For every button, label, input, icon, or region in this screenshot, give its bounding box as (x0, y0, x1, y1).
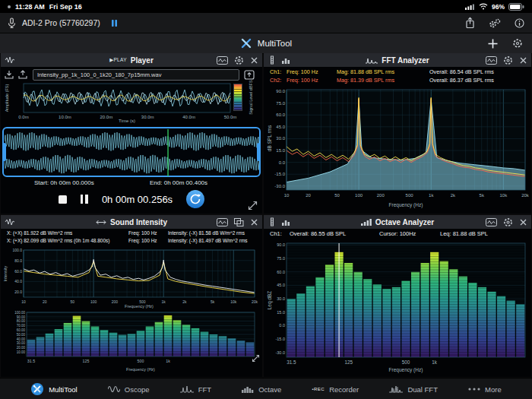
trim-handle-right[interactable] (257, 143, 261, 161)
octave-bars-icon (361, 219, 372, 226)
expand-panel-icon[interactable] (248, 201, 258, 211)
player-ylabel: Amplitude (FS) (5, 84, 9, 112)
svg-text:2k: 2k (182, 299, 187, 304)
stop-button[interactable] (59, 195, 67, 204)
octave-ylabel: Leq dBZ (267, 291, 272, 310)
tab-octave[interactable]: Octave (242, 385, 281, 394)
close-icon[interactable] (250, 218, 258, 226)
filename-field[interactable]: Intensity_pp_1k_100_0_1k20_180_7p15mm.wa… (33, 69, 239, 81)
tab-dual-fft[interactable]: Dual FFT (389, 385, 438, 394)
svg-text:60.00: 60.00 (17, 328, 26, 332)
player-overview-chart[interactable]: 0.0m10.0m20.0m30.0m40.0m50.0m (1, 82, 262, 120)
playback-time-display: 0h 00m 00.256s (102, 194, 173, 205)
svg-text:0.0: 0.0 (279, 160, 286, 165)
waveform-display[interactable] (2, 127, 261, 177)
gear-icon[interactable] (512, 38, 523, 49)
intensity-spectrum-chart[interactable]: 100.080.060.040.020.01020501002005001k2k… (1, 249, 262, 306)
info-icon[interactable] (515, 18, 524, 28)
pause-input-icon[interactable] (111, 19, 118, 27)
svg-text:5k: 5k (211, 299, 215, 304)
intensity-octave-bars-chart[interactable]: 100.0090.0080.0070.0060.0050.0040.0030.0… (1, 311, 262, 366)
import-file-icon[interactable] (5, 70, 14, 80)
rta-bars-icon[interactable] (281, 55, 290, 65)
multitool-title: MultiTool (0, 33, 532, 53)
svg-text:100: 100 (90, 299, 97, 304)
svg-text:20: 20 (43, 299, 47, 304)
tab-multitool[interactable]: MultiTool (30, 382, 78, 396)
gear-icon[interactable] (503, 55, 513, 65)
svg-text:125: 125 (344, 359, 353, 365)
close-icon[interactable] (250, 56, 258, 65)
status-indicator-dot (8, 5, 11, 8)
end-time-label: End: 0h 00m 00.400s (150, 179, 207, 186)
fft-analyzer-panel: FFT Analyzer Ch1: Freq: 100 Hz Mag: 81.8… (264, 53, 531, 214)
svg-text:70.00: 70.00 (17, 324, 26, 328)
svg-text:60.0: 60.0 (14, 269, 22, 274)
level-meter-icon[interactable] (268, 217, 277, 226)
close-icon[interactable] (519, 218, 527, 226)
svg-text:30.0: 30.0 (276, 136, 285, 141)
microphone-icon[interactable] (8, 17, 16, 29)
intensity-readout-1: X: (+X) 81.922 dB W/m^2 rms Freq: 100 Hz… (7, 230, 245, 236)
oscope-icon (108, 385, 120, 393)
svg-text:5k: 5k (480, 193, 485, 198)
svg-text:10.00: 10.00 (17, 350, 26, 354)
tab-more[interactable]: More (468, 385, 502, 394)
start-time-label: Start: 0h 00m 00.000s (34, 179, 94, 186)
waveform-icon[interactable] (5, 55, 15, 65)
svg-text:500: 500 (138, 359, 144, 363)
svg-text:90.0: 90.0 (277, 242, 285, 247)
waveform-icon[interactable] (5, 217, 15, 226)
trim-handle-left[interactable] (2, 143, 6, 161)
gear-icon[interactable] (234, 55, 244, 65)
scope-view-icon[interactable] (217, 218, 228, 226)
player-header: ▶PLAY Player (1, 53, 262, 67)
svg-text:1k: 1k (162, 299, 166, 304)
svg-text:1k: 1k (432, 359, 438, 365)
svg-text:50.00: 50.00 (17, 333, 26, 337)
svg-text:75.0: 75.0 (277, 256, 285, 261)
tool-tab-bar: MultiTool Oscope FFT Octave •REC Recorde… (0, 378, 532, 399)
loop-button[interactable] (186, 190, 204, 208)
fft-readout-ch1: Ch1: Freq: 100 Hz Mag: 81.88 dB SPL rms … (270, 68, 494, 75)
settings-gears-icon[interactable] (489, 18, 501, 28)
fft-ylabel: dB SPL rms (267, 125, 272, 151)
svg-text:200: 200 (112, 299, 119, 304)
signal-level-legend-label: Signal Level dBFS (249, 80, 253, 114)
multitool-icon (30, 382, 44, 396)
battery-percent: 96% (492, 3, 505, 11)
expand-panel-icon[interactable] (252, 354, 260, 363)
svg-text:90.00: 90.00 (17, 315, 26, 319)
level-meter-icon[interactable] (268, 55, 277, 65)
gear-icon[interactable] (503, 217, 513, 227)
svg-text:200: 200 (377, 193, 385, 198)
tab-oscope[interactable]: Oscope (108, 385, 150, 394)
scope-view-icon[interactable] (217, 56, 228, 65)
status-date: Fri Sep 16 (49, 3, 82, 11)
share-icon[interactable] (465, 17, 475, 29)
scope-view-icon[interactable] (486, 56, 497, 65)
svg-text:10k: 10k (500, 193, 508, 198)
load-file-icon[interactable] (244, 70, 255, 81)
status-bar: 11:28 AM Fri Sep 16 96% (0, 0, 532, 13)
split-panes-icon[interactable] (234, 218, 244, 226)
device-title[interactable]: ADI-2 Pro (57760297) (22, 18, 100, 27)
rta-bars-icon[interactable] (281, 217, 290, 226)
svg-text:60.0: 60.0 (277, 270, 285, 274)
svg-text:-30.0: -30.0 (275, 350, 285, 355)
octave-bars-chart[interactable]: 90.075.060.045.030.015.00.0-15.0-30.031.… (264, 240, 531, 369)
close-icon[interactable] (519, 56, 527, 65)
more-icon (468, 388, 480, 391)
tab-recorder[interactable]: •REC Recorder (312, 385, 359, 394)
tab-fft[interactable]: FFT (180, 385, 211, 394)
scope-view-icon[interactable] (486, 218, 497, 226)
octave-xlabel: Frequency (Hz) (287, 367, 525, 372)
dual-fft-icon (389, 385, 403, 393)
intensity-ylabel: Intensity (3, 266, 8, 281)
wifi-icon (479, 3, 488, 10)
fft-icon (180, 385, 194, 393)
pause-button[interactable] (81, 195, 88, 204)
fft-chart[interactable]: 90.075.060.045.030.015.00.0-15.0-30.0102… (264, 87, 531, 201)
export-file-icon[interactable] (18, 70, 28, 80)
add-tool-button[interactable] (487, 38, 499, 49)
